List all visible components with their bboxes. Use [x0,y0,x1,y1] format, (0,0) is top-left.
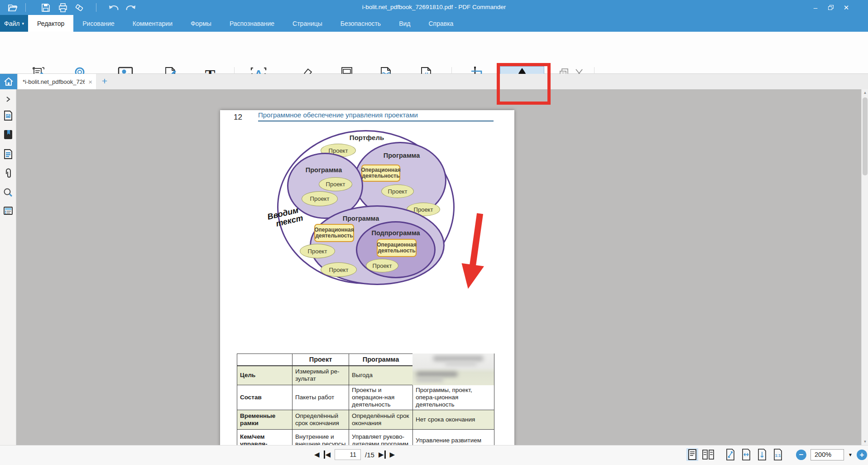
table-cell: Внутренние и внешние ресурсы [293,429,349,446]
toolbar: Редактировать ▾ Штамп ▾ Изображение ▾ По… [0,32,868,74]
tab-close-icon[interactable]: × [85,78,96,86]
blur-smudge [445,362,477,366]
total-pages-text: /15 [365,451,374,459]
project-ellipse: Проект [302,191,338,206]
file-menu-button[interactable]: Файл ▾ [0,15,28,32]
close-button[interactable]: ✕ [839,0,853,15]
page-number-text: 12 [234,113,242,122]
table-row-label: Временные рамки [237,410,293,429]
table-row-label: Цель [237,366,293,385]
new-tab-button[interactable]: + [99,75,110,87]
document-tab-bar: *i-bolit.net_pdfbook_726... × + [0,74,868,89]
tab-drawing[interactable]: Рисование [73,15,124,32]
home-button[interactable] [0,74,17,89]
search-icon [3,188,13,198]
statusbar: ◀ ◀ 11 /15 ▶ ▶ 1:1 [0,445,868,465]
actual-size-button[interactable]: 1:1 [772,448,784,461]
tab-editor[interactable]: Редактор [28,15,73,32]
zoom-level-select[interactable]: 200% [810,449,844,460]
document-tab[interactable]: *i-bolit.net_pdfbook_726... × [18,74,96,89]
menubar: Файл ▾ Редактор Рисование Комментарии Фо… [0,15,868,32]
tab-forms[interactable]: Формы [182,15,221,32]
home-icon [4,77,14,86]
tab-comments[interactable]: Комментарии [124,15,182,32]
table-row-label: Кем/чем управля- [237,429,293,446]
zoom-caret-icon[interactable]: ▼ [848,452,853,457]
fit-page-button[interactable] [724,448,736,461]
page-thumbnails-button[interactable] [3,110,14,121]
page-header-text: Программное обеспечение управления проек… [258,111,418,119]
table-cell: Проекты и операцион-ная деятельность [349,385,413,410]
caret-down-icon: ▾ [22,21,24,26]
red-highlight-box [497,63,551,105]
vertical-scrollbar[interactable]: ▲ ▼ [861,89,868,445]
project-ellipse: Проект [381,184,414,198]
search-button[interactable] [3,187,14,198]
two-page-view-button[interactable] [702,448,714,461]
thumbnails-icon [3,110,13,121]
bookmarks-button[interactable] [3,129,14,140]
table-cell: Программы, проект, опера-ционная деятель… [413,385,494,410]
project-ellipse: Проект [300,244,335,258]
table-cell: Пакеты работ [293,385,349,410]
current-page-input[interactable]: 11 [335,449,361,460]
zoom-out-button[interactable]: − [796,450,806,460]
red-arrow-annotation[interactable] [452,213,502,294]
program-label: Программа [299,166,349,174]
subprogram-label: Подпрограмма [364,229,427,237]
table-cell: Измеримый ре-зультат [293,366,349,385]
blur-smudge [416,372,458,377]
table-header-empty [237,354,293,366]
pdf-page[interactable]: 12 Программное обеспечение управления пр… [220,110,514,446]
next-page-icon[interactable]: ▶ [390,450,395,459]
tab-help[interactable]: Справка [419,15,462,32]
table-cell: Управление развитием [413,429,494,446]
scroll-down-icon[interactable]: ▼ [862,438,868,445]
blurred-region [412,354,494,385]
operations-box: Операционная деятельность [314,224,354,242]
outline-icon [3,149,13,160]
fit-width-button[interactable] [740,448,752,461]
table-cell: Нет срока окончания [413,410,494,429]
tab-pages[interactable]: Страницы [283,15,331,32]
tab-recognition[interactable]: Распознавание [221,15,283,32]
project-ellipse: Проект [319,177,352,191]
tab-view[interactable]: Вид [390,15,419,32]
table-row-label: Состав [237,385,293,410]
last-page-icon[interactable]: ▶ [379,450,386,459]
chevron-right-icon [5,96,11,102]
previous-page-icon[interactable]: ◀ [314,450,320,459]
document-tab-title: *i-bolit.net_pdfbook_726... [18,78,85,85]
program-label: Программа [377,152,427,159]
file-menu-label: Файл [4,20,19,27]
blur-smudge [416,378,443,382]
document-outline-button[interactable] [3,149,14,160]
expand-panel-button[interactable] [3,94,14,105]
minimize-button[interactable]: – [809,0,822,15]
table-cell: Выгода [349,366,413,385]
project-ellipse: Проект [321,262,357,277]
zoom-in-button[interactable]: + [857,450,867,460]
bookmarks-icon [3,129,13,140]
page-navigation: ◀ ◀ 11 /15 ▶ ▶ [314,449,395,460]
summary-button[interactable] [3,205,14,216]
restore-button[interactable] [824,0,838,15]
scroll-up-icon[interactable]: ▲ [862,89,868,96]
summary-list-icon [3,206,13,215]
table-cell: Управляет руково-дителями программ [349,429,413,446]
page-header-rule [258,121,494,121]
view-zoom-controls: 1:1 − 200% ▼ + [686,448,867,461]
first-page-icon[interactable]: ◀ [324,450,331,459]
attachments-button[interactable] [3,168,14,179]
single-page-view-button[interactable] [686,448,698,461]
svg-text:1:1: 1:1 [775,453,781,458]
paperclip-icon [4,168,13,179]
scrollbar-thumb[interactable] [863,97,868,175]
fit-height-button[interactable] [756,448,768,461]
table-header-project: Проект [293,354,349,366]
restore-icon [828,5,834,10]
window-title: i-bolit.net_pdfbook_72691810.pdf - PDF C… [0,4,868,10]
tab-security[interactable]: Безопасность [331,15,390,32]
titlebar: i-bolit.net_pdfbook_72691810.pdf - PDF C… [0,0,868,15]
table-header-program: Программа [349,354,413,366]
